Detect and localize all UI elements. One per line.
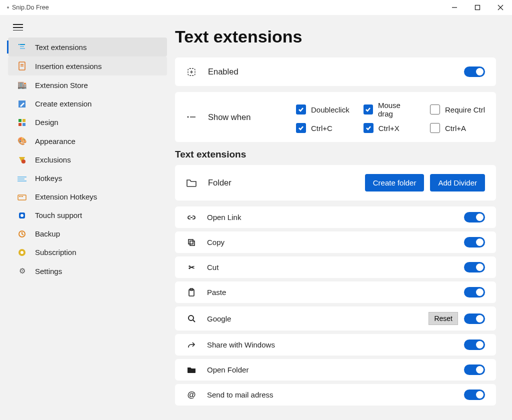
sidebar-item-label: Extension Store	[35, 81, 88, 90]
menu-icon[interactable]	[13, 24, 23, 30]
folder-icon	[186, 366, 197, 374]
sidebar-item-backup[interactable]: Backup	[8, 224, 167, 243]
extension-toggle[interactable]	[464, 237, 485, 248]
extension-label: Cut	[207, 263, 218, 272]
svg-rect-35	[190, 241, 194, 246]
checkbox[interactable]	[430, 123, 440, 133]
extension-row[interactable]: GoogleReset	[175, 306, 496, 330]
window-title: Snip.Do Free	[12, 4, 49, 11]
sidebar-item-label: Hotkeys	[35, 174, 62, 182]
svg-rect-21	[19, 196, 20, 197]
svg-rect-13	[22, 119, 26, 122]
checkbox-label: Mouse drag	[378, 101, 416, 118]
add-divider-button[interactable]: Add Divider	[430, 174, 485, 192]
svg-line-39	[193, 320, 195, 322]
svg-point-25	[20, 214, 24, 217]
svg-point-38	[188, 316, 194, 320]
text-icon	[17, 42, 27, 52]
minimize-button[interactable]	[443, 0, 466, 15]
appearance-icon: 🎨	[17, 136, 27, 146]
sidebar: Text extensionsInsertion extensions🏬Exte…	[0, 15, 175, 420]
svg-rect-15	[22, 123, 26, 126]
showwhen-icon	[186, 115, 197, 119]
extension-row[interactable]: Copy	[175, 232, 496, 253]
settings-icon: ⚙	[17, 266, 27, 276]
sidebar-item-appearance[interactable]: 🎨Appearance	[8, 132, 167, 150]
store-icon: 🏬	[17, 80, 27, 90]
mail-icon: @	[186, 390, 197, 400]
insert-icon	[17, 62, 27, 70]
show-when-card: Show when DoubleclickMouse dragRequire C…	[175, 92, 496, 142]
cut-icon: ✂	[186, 263, 197, 272]
svg-rect-12	[18, 119, 22, 122]
sidebar-item-touch[interactable]: Touch support	[8, 206, 167, 224]
extension-label: Copy	[207, 238, 224, 246]
extension-label: Send to mail adress	[207, 390, 274, 399]
svg-rect-20	[18, 195, 26, 200]
sidebar-item-label: Touch support	[35, 211, 82, 220]
create-folder-button[interactable]: Create folder	[365, 174, 424, 192]
backup-icon	[17, 230, 27, 238]
svg-rect-34	[188, 240, 193, 244]
app-icon	[7, 6, 9, 8]
showwhen-option: Require Ctrl	[430, 101, 485, 118]
showwhen-option: Ctrl+A	[430, 123, 485, 133]
extension-row[interactable]: Paste	[175, 282, 496, 303]
extension-row[interactable]: Open Folder	[175, 359, 496, 380]
svg-rect-22	[20, 196, 22, 197]
sidebar-item-label: Backup	[35, 230, 60, 238]
subscription-icon	[17, 248, 27, 256]
checkbox-label: Doubleclick	[311, 106, 350, 114]
extension-toggle[interactable]	[464, 287, 485, 298]
sidebar-item-subscription[interactable]: Subscription	[8, 243, 167, 262]
sidebar-item-label: Settings	[35, 267, 62, 276]
sidebar-item-exclusions[interactable]: Exclusions	[8, 150, 167, 169]
sidebar-item-label: Text extensions	[35, 43, 86, 52]
checkbox[interactable]	[430, 104, 440, 114]
extension-toggle[interactable]	[464, 390, 485, 400]
extension-toggle[interactable]	[464, 262, 485, 272]
extension-row[interactable]: Share with Windows	[175, 334, 496, 356]
checkbox-label: Require Ctrl	[445, 106, 485, 114]
svg-point-28	[20, 251, 24, 254]
checkbox[interactable]	[364, 104, 373, 114]
checkbox[interactable]	[296, 104, 306, 114]
checkbox-label: Ctrl+A	[445, 124, 466, 132]
sidebar-item-insert[interactable]: Insertion extensions	[8, 56, 167, 76]
extension-label: Share with Windows	[207, 340, 275, 349]
reset-button[interactable]: Reset	[428, 312, 458, 325]
extension-row[interactable]: ✂Cut	[175, 256, 496, 278]
sidebar-item-label: Insertion extensions	[35, 62, 102, 70]
sidebar-item-label: Exclusions	[35, 156, 71, 164]
extension-toggle[interactable]	[464, 314, 485, 324]
folder-label: Folder	[208, 178, 232, 188]
extension-row[interactable]: Open Link	[175, 206, 496, 228]
checkbox[interactable]	[296, 123, 306, 133]
extension-toggle[interactable]	[464, 340, 485, 350]
sidebar-item-create[interactable]: Create extension	[8, 94, 167, 113]
sidebar-item-exthotkeys[interactable]: Extension Hotkeys	[8, 188, 167, 206]
extension-row[interactable]: @Send to mail adress	[175, 384, 496, 406]
maximize-button[interactable]	[466, 0, 489, 15]
sidebar-item-store[interactable]: 🏬Extension Store	[8, 76, 167, 94]
enabled-toggle[interactable]	[464, 66, 485, 77]
sidebar-item-settings[interactable]: ⚙Settings	[8, 262, 167, 280]
showwhen-option: Ctrl+C	[296, 123, 350, 133]
copy-icon	[186, 238, 197, 246]
sidebar-item-label: Appearance	[35, 137, 76, 146]
close-button[interactable]	[489, 0, 512, 15]
checkbox[interactable]	[364, 123, 374, 133]
create-icon	[17, 100, 27, 108]
sidebar-item-text[interactable]: Text extensions	[8, 38, 167, 56]
sidebar-item-hotkeys[interactable]: Hotkeys	[8, 169, 167, 188]
svg-rect-5	[20, 44, 25, 45]
sidebar-item-design[interactable]: Design	[8, 113, 167, 132]
extension-toggle[interactable]	[464, 364, 485, 375]
svg-rect-18	[18, 178, 24, 180]
folder-icon	[186, 178, 197, 188]
extension-toggle[interactable]	[464, 212, 485, 222]
window-controls	[443, 0, 512, 15]
enabled-icon	[186, 67, 197, 77]
design-icon	[17, 118, 27, 126]
enabled-label: Enabled	[208, 67, 238, 76]
